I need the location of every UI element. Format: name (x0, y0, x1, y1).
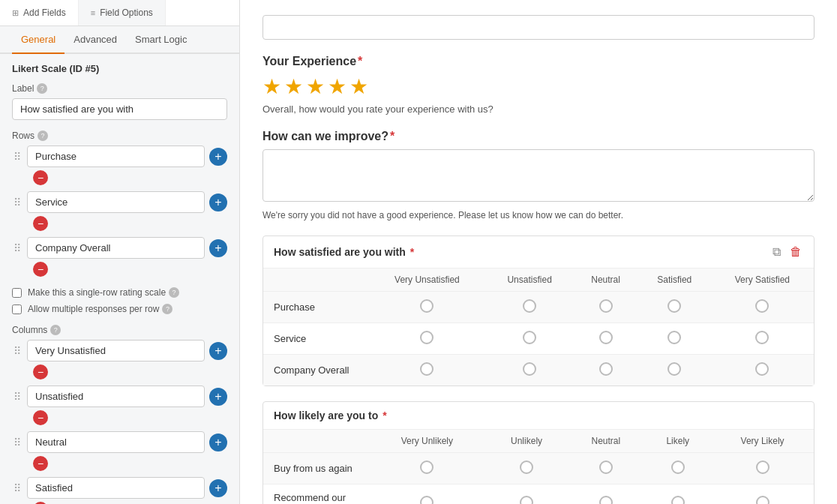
likert-1-row-2-col-4[interactable] (638, 323, 711, 355)
likert-1-row-2-col-3[interactable] (573, 323, 638, 355)
likert-2-row-1-col-2[interactable] (486, 453, 568, 484)
likert-2-row-2-col-3[interactable] (567, 484, 644, 505)
improve-textarea[interactable] (262, 149, 814, 202)
row-input-3[interactable] (27, 237, 205, 259)
likert-2-row-1-col-1[interactable] (368, 453, 486, 484)
label-help-icon[interactable]: ? (37, 83, 47, 94)
delete-likert-1-button[interactable]: 🗑 (788, 244, 803, 260)
likert-2-row-2-col-4[interactable] (644, 484, 711, 505)
drag-handle-col-3[interactable]: ⠿ (12, 435, 22, 450)
add-col-1-button[interactable]: + (209, 342, 227, 360)
drag-handle-col-1[interactable]: ⠿ (12, 344, 22, 358)
panel-content: Likert Scale (ID #5) Label ? Rows ? ⠿ + … (0, 54, 239, 504)
remove-row-1-button[interactable]: − (33, 170, 48, 185)
radio-circle (756, 496, 770, 505)
tab-add-fields[interactable]: ⊞ Add Fields (0, 0, 79, 26)
multiple-responses-help-icon[interactable]: ? (162, 304, 172, 314)
likert-1-row-3-col-3[interactable] (573, 355, 638, 386)
radio-circle (523, 299, 536, 313)
likert-1-row-2-col-1[interactable] (368, 323, 486, 355)
row-input-2[interactable] (27, 191, 205, 213)
copy-likert-1-button[interactable]: ⧉ (771, 244, 782, 260)
drag-handle-row-1[interactable]: ⠿ (12, 149, 22, 164)
likert-table-1-title: How satisfied are you with * (274, 246, 414, 258)
col-input-1[interactable] (27, 340, 205, 362)
add-row-3-button[interactable]: + (209, 239, 227, 257)
top-text-input[interactable] (262, 15, 814, 40)
add-col-3-button[interactable]: + (209, 434, 227, 452)
likert-table-1-header: How satisfied are you with * ⧉ 🗑 (263, 236, 814, 268)
field-options-label: Field Options (100, 8, 153, 18)
drag-handle-row-2[interactable]: ⠿ (12, 195, 22, 210)
remove-col-2-button[interactable]: − (33, 410, 48, 425)
radio-circle (599, 460, 613, 474)
columns-help-icon[interactable]: ? (50, 325, 61, 335)
improve-required-star: * (390, 130, 394, 142)
single-row-help-icon[interactable]: ? (169, 287, 179, 298)
label-input[interactable] (12, 98, 227, 120)
likert-2-row-2-col-1[interactable] (368, 484, 486, 505)
likert-1-row-3-col-2[interactable] (486, 355, 574, 386)
top-tabs: ⊞ Add Fields ≡ Field Options (0, 0, 239, 26)
rows-label: Rows ? (12, 130, 227, 141)
tab-field-options[interactable]: ≡ Field Options (79, 0, 166, 26)
likert-1-row-1-col-2[interactable] (486, 292, 574, 323)
likert-1-row-1-col-3[interactable] (573, 292, 638, 323)
col-input-3[interactable] (27, 431, 205, 453)
add-col-2-button[interactable]: + (209, 388, 227, 406)
drag-handle-row-3[interactable]: ⠿ (12, 241, 22, 256)
likert-1-row-1-col-4[interactable] (638, 292, 711, 323)
radio-circle (755, 331, 769, 344)
table-row: Buy from us again (263, 453, 814, 484)
radio-circle (420, 299, 434, 313)
likert-2-col-header-2: Unlikely (486, 430, 568, 453)
table-row: Recommend our product to others (263, 484, 814, 505)
likert-1-row-2-col-5[interactable] (711, 323, 814, 355)
drag-handle-col-2[interactable]: ⠿ (12, 389, 22, 404)
experience-title: Your Experience* (262, 55, 814, 68)
likert-1-row-2-col-2[interactable] (486, 323, 574, 355)
likert-1-row-3-col-5[interactable] (711, 355, 814, 386)
likert-2-col-header-1: Very Unlikely (368, 430, 486, 453)
col-input-2[interactable] (27, 386, 205, 407)
likert-1-row-3-col-1[interactable] (368, 355, 486, 386)
likert-2-row-1-col-4[interactable] (644, 453, 711, 484)
likert-table-2-header: How likely are you to * (263, 402, 814, 430)
radio-circle (523, 362, 536, 376)
likert-2-row-2-col-2[interactable] (486, 484, 568, 505)
col-input-4[interactable] (27, 477, 205, 499)
likert-2-row-1-col-5[interactable] (711, 453, 814, 484)
table-row: Purchase (263, 292, 814, 323)
add-col-4-button[interactable]: + (209, 479, 227, 497)
likert-1-col-header-4: Satisfied (638, 268, 711, 292)
likert-1-row-3-col-4[interactable] (638, 355, 711, 386)
remove-row-2-button[interactable]: − (33, 216, 48, 231)
radio-circle (523, 331, 536, 344)
radio-circle (420, 496, 434, 505)
multiple-responses-checkbox[interactable] (12, 304, 22, 314)
tab-smart-logic[interactable]: Smart Logic (126, 26, 196, 54)
add-row-1-button[interactable]: + (209, 148, 227, 166)
remove-col-1-button[interactable]: − (33, 364, 48, 380)
likert-1-row-1-col-1[interactable] (368, 292, 486, 323)
rows-help-icon[interactable]: ? (38, 130, 48, 141)
single-row-checkbox[interactable] (12, 288, 22, 298)
field-title: Likert Scale (ID #5) (12, 63, 227, 74)
remove-row-3-button[interactable]: − (33, 262, 48, 277)
likert-2-row-1-label: Buy from us again (263, 453, 368, 484)
likert-1-col-header-3: Neutral (573, 268, 638, 292)
row-input-1[interactable] (27, 146, 205, 167)
add-row-2-button[interactable]: + (209, 194, 227, 212)
likert-1-row-1-col-5[interactable] (711, 292, 814, 323)
remove-col-3-button[interactable]: − (33, 456, 48, 471)
radio-circle (668, 331, 681, 344)
tab-general[interactable]: General (12, 26, 64, 54)
tab-advanced[interactable]: Advanced (64, 26, 126, 54)
likert-1-required-star: * (407, 246, 414, 258)
radio-circle (755, 362, 769, 376)
likert-2-row-1-col-3[interactable] (567, 453, 644, 484)
drag-handle-col-4[interactable]: ⠿ (12, 481, 22, 496)
label-group: Label ? (12, 83, 227, 120)
single-row-label: Make this a single-row rating scale ? (28, 287, 179, 298)
likert-2-row-2-col-5[interactable] (711, 484, 814, 505)
